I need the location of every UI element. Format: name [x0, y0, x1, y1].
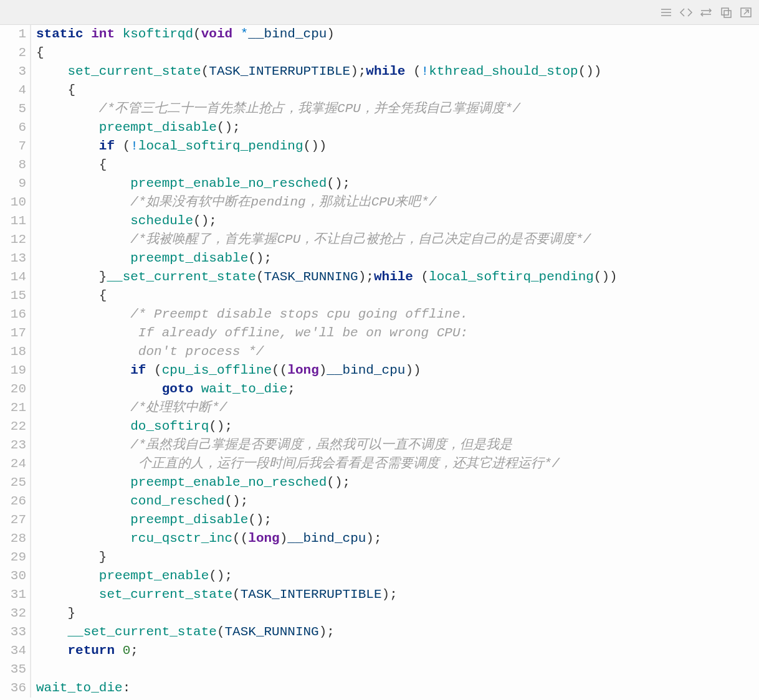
line-number: 28: [0, 529, 26, 548]
copy-icon[interactable]: [718, 5, 734, 20]
line-number: 11: [0, 212, 26, 230]
code-editor: 1234567891011121314151617181920212223242…: [0, 25, 759, 698]
code-line[interactable]: wait_to_die:: [36, 679, 759, 698]
code-line[interactable]: {: [36, 156, 759, 174]
svg-rect-5: [722, 8, 728, 15]
line-number: 16: [0, 305, 26, 324]
line-number: 25: [0, 473, 26, 492]
line-number: 2: [0, 44, 26, 62]
code-line[interactable]: do_softirq();: [36, 417, 759, 436]
line-number: 13: [0, 249, 26, 268]
code-line[interactable]: }__set_current_state(TASK_RUNNING);while…: [36, 268, 759, 286]
line-number: 22: [0, 417, 26, 436]
code-text-area[interactable]: static int ksoftirqd(void *__bind_cpu){ …: [31, 25, 759, 698]
line-number: 1: [0, 25, 26, 44]
line-number: 26: [0, 492, 26, 511]
code-line[interactable]: goto wait_to_die;: [36, 380, 759, 399]
menu-icon[interactable]: [658, 5, 674, 20]
code-line[interactable]: {: [36, 81, 759, 100]
line-number: 20: [0, 380, 26, 399]
code-line[interactable]: }: [36, 604, 759, 623]
line-number: 19: [0, 361, 26, 380]
code-line[interactable]: {: [36, 286, 759, 305]
code-line[interactable]: if (!local_softirq_pending()): [36, 137, 759, 156]
code-line[interactable]: }: [36, 548, 759, 567]
svg-line-8: [744, 10, 748, 14]
code-line[interactable]: 个正直的人，运行一段时间后我会看看是否需要调度，还其它进程运行*/: [36, 455, 759, 473]
line-number: 32: [0, 604, 26, 623]
code-line[interactable]: preempt_enable_no_resched();: [36, 473, 759, 492]
code-line[interactable]: return 0;: [36, 641, 759, 660]
code-line[interactable]: if (cpu_is_offline((long)__bind_cpu)): [36, 361, 759, 380]
code-line[interactable]: /*不管三七二十一首先禁止抢占，我掌握CPU，并全凭我自己掌握调度*/: [36, 100, 759, 118]
code-line[interactable]: __set_current_state(TASK_RUNNING);: [36, 623, 759, 641]
code-line[interactable]: If already offline, we'll be on wrong CP…: [36, 324, 759, 343]
code-line[interactable]: /*我被唤醒了，首先掌握CPU，不让自己被抢占，自己决定自己的是否要调度*/: [36, 230, 759, 249]
code-line[interactable]: preempt_disable();: [36, 118, 759, 137]
line-number: 31: [0, 585, 26, 604]
svg-rect-6: [724, 11, 731, 17]
popout-icon[interactable]: [738, 5, 754, 20]
editor-toolbar: [0, 0, 759, 25]
line-number: 7: [0, 137, 26, 156]
code-line[interactable]: /*虽然我自己掌握是否要调度，虽然我可以一直不调度，但是我是: [36, 436, 759, 455]
line-number: 3: [0, 62, 26, 81]
code-line[interactable]: preempt_disable();: [36, 249, 759, 268]
code-line[interactable]: schedule();: [36, 212, 759, 230]
code-line[interactable]: /*处理软中断*/: [36, 399, 759, 417]
line-number: 34: [0, 641, 26, 660]
swap-icon[interactable]: [698, 5, 714, 20]
line-number: 15: [0, 286, 26, 305]
line-number: 10: [0, 193, 26, 212]
code-icon[interactable]: [678, 5, 694, 20]
line-number: 8: [0, 156, 26, 174]
code-line[interactable]: rcu_qsctr_inc((long)__bind_cpu);: [36, 529, 759, 548]
line-number: 6: [0, 118, 26, 137]
line-number: 24: [0, 455, 26, 473]
line-number: 30: [0, 567, 26, 585]
code-line[interactable]: cond_resched();: [36, 492, 759, 511]
line-number: 18: [0, 343, 26, 361]
code-line[interactable]: preempt_enable();: [36, 567, 759, 585]
line-number: 29: [0, 548, 26, 567]
line-number: 33: [0, 623, 26, 641]
code-line[interactable]: /* Preempt disable stops cpu going offli…: [36, 305, 759, 324]
code-line[interactable]: preempt_enable_no_resched();: [36, 174, 759, 193]
line-number: 12: [0, 230, 26, 249]
line-number-gutter: 1234567891011121314151617181920212223242…: [0, 25, 31, 698]
line-number: 27: [0, 511, 26, 529]
line-number: 4: [0, 81, 26, 100]
code-line[interactable]: {: [36, 44, 759, 62]
line-number: 21: [0, 399, 26, 417]
line-number: 23: [0, 436, 26, 455]
line-number: 14: [0, 268, 26, 286]
line-number: 35: [0, 660, 26, 679]
code-line[interactable]: set_current_state(TASK_INTERRUPTIBLE);: [36, 585, 759, 604]
code-line[interactable]: don't process */: [36, 343, 759, 361]
line-number: 36: [0, 679, 26, 698]
code-line[interactable]: static int ksoftirqd(void *__bind_cpu): [36, 25, 759, 44]
code-line[interactable]: preempt_disable();: [36, 511, 759, 529]
line-number: 9: [0, 174, 26, 193]
line-number: 17: [0, 324, 26, 343]
code-line[interactable]: set_current_state(TASK_INTERRUPTIBLE);wh…: [36, 62, 759, 81]
code-line[interactable]: /*如果没有软中断在pending，那就让出CPU来吧*/: [36, 193, 759, 212]
line-number: 5: [0, 100, 26, 118]
code-line[interactable]: [36, 660, 759, 679]
